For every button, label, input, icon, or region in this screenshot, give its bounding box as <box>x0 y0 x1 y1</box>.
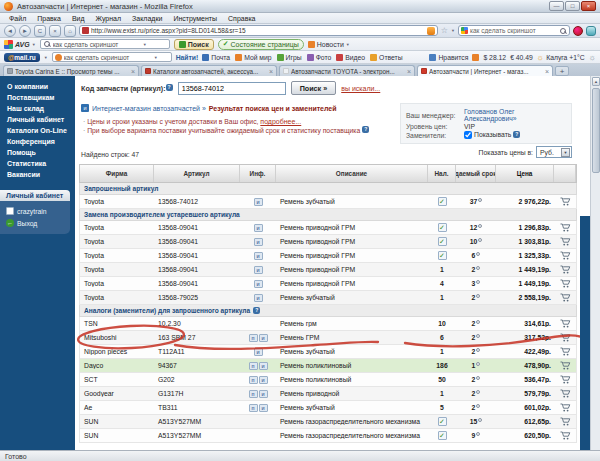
help-icon[interactable]: ? <box>513 131 520 138</box>
close-button[interactable]: × <box>581 1 596 11</box>
search-parts-button[interactable]: Поиск » <box>291 81 337 95</box>
sidebar-item-4[interactable]: Каталоги On-Line <box>0 125 75 136</box>
search-engine-icon[interactable] <box>461 27 468 34</box>
stop-button[interactable]: × <box>49 25 61 37</box>
part-info-icon[interactable]: п <box>249 404 258 412</box>
details-link[interactable]: подробнее... <box>260 118 301 125</box>
mailru-item-1[interactable]: Мой мир <box>235 54 271 61</box>
col-expected-days[interactable]: Ожидаемый срок, дн. <box>456 165 496 182</box>
part-info-icon[interactable]: и <box>254 224 263 232</box>
help-icon[interactable]: ? <box>166 84 173 91</box>
tab-3[interactable]: Автозапчасти | Интернет - магаз...× <box>417 65 553 76</box>
address-bar[interactable] <box>79 25 438 36</box>
col-article[interactable]: Артикул <box>154 165 240 182</box>
mailru-logo[interactable]: @mail.ru <box>4 53 40 62</box>
sidebar-item-8[interactable]: Вакансии <box>0 169 75 180</box>
part-info-icon[interactable]: и <box>254 266 263 274</box>
sidebar-logout[interactable]: ← Выход <box>0 217 70 229</box>
manager-name-link[interactable]: Голованов Олег Александрович» <box>464 108 566 122</box>
forward-button[interactable]: ► <box>19 25 31 37</box>
history-dropdown-icon[interactable]: ▼ <box>451 28 455 33</box>
part-info-icon[interactable]: п <box>249 362 258 370</box>
part-code-input[interactable] <box>178 82 286 95</box>
part-info-icon[interactable]: и <box>254 348 263 356</box>
add-to-cart-button[interactable] <box>554 431 576 441</box>
menu-item-2[interactable]: Вид <box>67 15 90 22</box>
part-info-icon[interactable]: и <box>254 252 263 260</box>
minimize-button[interactable]: — <box>549 1 564 11</box>
avg-search-input[interactable] <box>53 41 141 48</box>
sidebar-item-6[interactable]: Помощь <box>0 147 75 158</box>
add-to-cart-button[interactable] <box>554 361 576 371</box>
page-status-button[interactable]: ✓ Состояние страницы <box>218 39 304 50</box>
avg-search-box[interactable]: ▼ <box>40 39 170 49</box>
tab-2[interactable]: Автозапчасти TOYOTA - электрон...× <box>279 65 415 76</box>
reload-button[interactable]: C <box>34 25 46 37</box>
col-availability[interactable]: Нал. <box>428 165 456 182</box>
tab-close-icon[interactable]: × <box>545 68 549 75</box>
part-info-icon[interactable]: и <box>259 390 268 398</box>
part-info-icon[interactable]: п <box>249 390 258 398</box>
maximize-button[interactable]: □ <box>565 1 580 11</box>
col-price[interactable]: Цена <box>496 165 554 182</box>
part-info-icon[interactable]: и <box>259 376 268 384</box>
menu-item-1[interactable]: Правка <box>32 15 66 22</box>
sidebar-user[interactable]: crazytrain <box>0 205 70 217</box>
mailru-item-2[interactable]: Игры <box>277 54 302 61</box>
menu-item-4[interactable]: Закладки <box>127 15 167 22</box>
menu-item-6[interactable]: Справка <box>223 15 260 22</box>
show-substitutes-checkbox[interactable] <box>464 131 472 139</box>
add-to-cart-button[interactable] <box>554 197 576 207</box>
add-to-cart-button[interactable] <box>554 237 576 247</box>
add-to-cart-button[interactable] <box>554 293 576 303</box>
part-info-icon[interactable]: п <box>249 334 258 342</box>
mailru-item-5[interactable]: Ответы <box>370 54 403 61</box>
bookmark-icon[interactable] <box>472 54 479 61</box>
avg-search-dropdown-icon[interactable]: ▼ <box>143 42 147 47</box>
tab-close-icon[interactable]: × <box>269 68 273 75</box>
avg-logo[interactable]: AVG ▼ <box>4 40 36 49</box>
currency-select[interactable]: Руб. ▼ <box>536 146 572 158</box>
search-history-link[interactable]: вы искали... <box>341 85 380 92</box>
avg-search-button[interactable]: Поиск <box>174 39 214 50</box>
sidebar-item-3[interactable]: Личный кабинет <box>0 114 75 125</box>
tab-close-icon[interactable]: × <box>131 68 135 75</box>
rss-icon[interactable] <box>427 27 435 35</box>
add-to-cart-button[interactable] <box>554 347 576 357</box>
part-info-icon[interactable]: и <box>259 404 268 412</box>
add-to-cart-button[interactable] <box>554 265 576 275</box>
add-to-cart-button[interactable] <box>554 417 576 427</box>
scroll-up-icon[interactable]: ▲ <box>592 77 600 86</box>
menu-item-0[interactable]: Файл <box>4 15 31 22</box>
add-to-cart-button[interactable] <box>554 223 576 233</box>
sidebar-item-7[interactable]: Статистика <box>0 158 75 169</box>
mailru-find-button[interactable]: Найти! <box>176 54 199 61</box>
usd-rate[interactable]: $ 28.12 <box>483 54 506 61</box>
part-info-icon[interactable]: и <box>254 238 263 246</box>
browser-search-box[interactable] <box>458 25 570 36</box>
eur-rate[interactable]: € 40.49 <box>510 54 533 61</box>
add-to-cart-button[interactable] <box>554 375 576 385</box>
mailru-item-0[interactable]: Почта <box>202 54 230 61</box>
news-dropdown-icon[interactable]: ▼ <box>346 42 350 47</box>
scrollbar-thumb[interactable] <box>592 88 600 173</box>
browser-search-input[interactable] <box>470 27 557 34</box>
toolbar-extra-icon[interactable] <box>586 26 596 36</box>
add-to-cart-button[interactable] <box>554 333 576 343</box>
mailru-item-4[interactable]: Видео <box>336 54 365 61</box>
part-info-icon[interactable]: и <box>254 198 263 206</box>
new-tab-button[interactable]: + <box>555 66 569 76</box>
sidebar-item-5[interactable]: Конференция <box>0 136 75 147</box>
part-info-icon[interactable]: и <box>254 280 263 288</box>
search-icon[interactable] <box>559 27 567 35</box>
add-to-cart-button[interactable] <box>554 251 576 261</box>
help-icon[interactable]: ? <box>253 307 260 314</box>
col-firm[interactable]: Фирма <box>80 165 154 182</box>
add-to-cart-button[interactable] <box>554 319 576 329</box>
vertical-scrollbar[interactable]: ▲ <box>590 76 600 450</box>
bookmark-star-icon[interactable]: ☆ <box>441 26 448 36</box>
add-to-cart-button[interactable] <box>554 389 576 399</box>
mailru-search-box[interactable]: ▼ <box>52 52 172 62</box>
breadcrumb-section[interactable]: Интернет-магазин автозапчастей » <box>92 105 206 112</box>
sidebar-item-1[interactable]: Поставщикам <box>0 92 75 103</box>
